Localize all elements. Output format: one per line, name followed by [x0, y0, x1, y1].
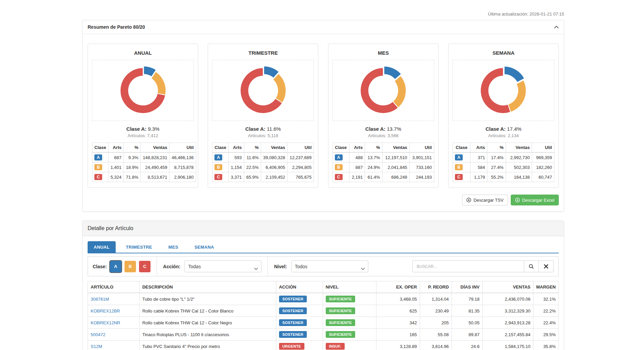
margen-cell: 22.4% [533, 317, 559, 329]
clase-button-a[interactable]: A [110, 261, 121, 272]
card-table-row: C5,32471.8%8,513,6712,906,180 [92, 172, 196, 182]
card-table-header: Clase [92, 143, 109, 153]
class-badge: A [455, 154, 463, 160]
detail-tabs: ANUALTRIMESTREMESSEMANA [88, 241, 559, 253]
download-tsv-button[interactable]: Descargar TSV [462, 195, 508, 205]
card-cell-arts: 687 [108, 152, 124, 162]
card-title: TRIMESTRE [212, 50, 314, 56]
tab-trimestre[interactable]: TRIMESTRE [120, 241, 158, 253]
class-badge: C [335, 174, 343, 180]
class-badge: B [214, 164, 222, 170]
card-cell-arts: 1,179 [470, 172, 487, 182]
ex-oper-cell: 3,128.89 [376, 341, 420, 350]
page: Última actualización: 2026-01-21 07:15 R… [82, 0, 564, 350]
card-cell-util: 244,193 [409, 172, 434, 182]
last-update-text: Última actualización: 2026-01-21 07:15 [82, 11, 564, 17]
search-button[interactable] [524, 260, 539, 272]
dias-inv-cell: 50.05 [452, 317, 482, 329]
accion-select[interactable]: Todas [184, 260, 261, 272]
class-badge: A [94, 154, 102, 160]
dias-inv-cell: 89.87 [452, 329, 482, 341]
search-group [412, 260, 554, 272]
card-cell-clase: B [212, 162, 229, 172]
dias-inv-cell: 81.35 [452, 305, 482, 317]
download-excel-button[interactable]: Descargar Excel [511, 195, 559, 205]
clase-button-b[interactable]: B [124, 261, 136, 272]
article-link[interactable]: 500472 [91, 332, 105, 337]
card-cell-util: 2,294,805 [288, 162, 314, 172]
nivel-label: Nivel: [274, 264, 287, 269]
collapse-chevron-icon[interactable] [554, 26, 559, 29]
tab-mes[interactable]: MES [162, 241, 184, 253]
pareto-card: MESClase A: 13.7%Artículos: 3,566ClaseAr… [328, 44, 439, 188]
card-table-row: A59311.6%39,080,32812,237,689 [212, 152, 314, 162]
card-table-row: B88724.9%2,041,845733,160 [332, 162, 434, 172]
card-table-header: Clase [212, 143, 229, 153]
clase-label: Clase: [93, 264, 107, 269]
articulo-cell: 308761M [88, 293, 140, 305]
accion-cell: SOSTENER [276, 317, 323, 329]
card-table-header: Ventas [261, 143, 287, 153]
download-icon [515, 198, 520, 202]
clase-a-label: Clase A: [485, 126, 505, 132]
card-cell-ventas: 164,138 [506, 172, 532, 182]
nivel-select[interactable]: Todos [291, 260, 368, 272]
clase-a-value: 13.7% [386, 126, 401, 132]
card-cell-clase: A [453, 152, 470, 162]
tab-anual[interactable]: ANUAL [88, 241, 116, 253]
accion-cell: SOSTENER [276, 305, 323, 317]
search-input[interactable] [412, 260, 524, 272]
articles-table: ARTÍCULODESCRIPCIÓNACCIÓNNIVELEX. OPERP.… [88, 281, 559, 350]
card-cell-clase: C [212, 172, 229, 182]
clase-button-c[interactable]: C [139, 261, 151, 272]
article-link[interactable]: 308761M [91, 297, 109, 302]
card-cell-pct: 13.7% [365, 152, 382, 162]
articles-table-header-row: ARTÍCULODESCRIPCIÓNACCIÓNNIVELEX. OPERP.… [88, 281, 559, 293]
card-cell-ventas: 2,109,452 [261, 172, 287, 182]
card-cell-ventas: 39,080,328 [261, 152, 287, 162]
accion-label: Acción: [163, 264, 180, 269]
article-link[interactable]: KOBREX12NR [91, 320, 120, 325]
card-cell-clase: A [332, 152, 349, 162]
article-link[interactable]: S12M [91, 344, 102, 349]
donut-chart [92, 60, 194, 121]
tab-semana[interactable]: SEMANA [188, 241, 220, 253]
card-cell-arts: 1,154 [229, 162, 244, 172]
card-table-row: A48813.7%12,197,5103,901,151 [332, 152, 434, 162]
articulos-text: Artículos: 2,134 [453, 133, 554, 138]
descripcion-cell: Tinaco Rotoplas PLUS - 1100 lt c/accesor… [139, 329, 276, 341]
card-cell-pct: 17.4% [487, 152, 506, 162]
card-cell-arts: 584 [470, 162, 487, 172]
margen-cell: 22.2% [533, 305, 559, 317]
card-table-row: C2,19161.4%686,249244,193 [332, 172, 434, 182]
ventas-cell: 3,312,329.30 [482, 305, 533, 317]
card-cell-pct: 61.4% [365, 172, 382, 182]
class-badge: C [214, 174, 222, 180]
clear-search-button[interactable] [539, 260, 554, 272]
class-badge: A [214, 154, 222, 160]
card-cell-arts: 887 [349, 162, 365, 172]
card-cell-util: 969,359 [532, 152, 554, 162]
card-table-header: Ventas [506, 143, 532, 153]
divider [157, 257, 157, 276]
donut-chart [332, 60, 434, 121]
articulo-cell: S12M [88, 341, 140, 350]
clase-a-value: 17.4% [506, 126, 522, 132]
pareto-card: SEMANAClase A: 17.4%Artículos: 2,134Clas… [448, 44, 559, 188]
clase-buttons: ABC [107, 261, 151, 272]
card-table-header: Ventas [382, 143, 409, 153]
accion-badge: SOSTENER [279, 307, 307, 314]
accion-badge: SOSTENER [279, 331, 307, 338]
card-cell-pct: 18.9% [124, 162, 141, 172]
card-cell-util: 2,906,180 [169, 172, 196, 182]
card-table-header: Clase [332, 143, 349, 153]
detail-panel-title: Detalle por Artículo [88, 225, 133, 231]
download-tsv-label: Descargar TSV [474, 198, 504, 202]
card-cell-ventas: 8,513,671 [141, 172, 169, 182]
card-cell-arts: 371 [470, 152, 487, 162]
articles-table-header: VENTAS [482, 281, 533, 293]
card-table-header: % [365, 143, 382, 153]
card-cell-arts: 3,371 [229, 172, 244, 182]
pareto-panel-title: Resumen de Pareto 80/20 [88, 24, 145, 30]
article-link[interactable]: KOBREX12BR [91, 308, 120, 314]
